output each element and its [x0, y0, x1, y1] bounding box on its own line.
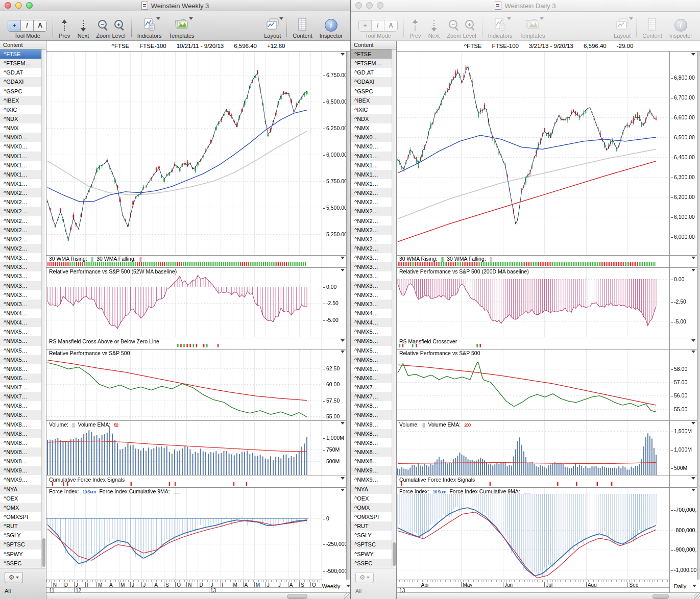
action-gear-button[interactable]: ⚙: [5, 572, 23, 583]
symbol-list-item[interactable]: ^NMX1…: [0, 161, 46, 170]
indicators-button[interactable]: Indicators: [485, 11, 516, 40]
zoom-out-button[interactable]: −: [448, 19, 459, 32]
symbol-list-item[interactable]: ^NMX2…: [0, 216, 46, 226]
symbol-list-item[interactable]: ^SPTSC: [0, 540, 46, 549]
symbol-list-item[interactable]: ^NMX2…: [351, 226, 396, 235]
symbol-list-item[interactable]: ^OMXSPI: [351, 512, 396, 521]
horizontal-scrollbar[interactable]: [397, 592, 700, 599]
symbol-list-item[interactable]: ^SSEC: [351, 559, 396, 568]
indicators-button[interactable]: Indicators: [134, 11, 165, 40]
symbol-list-item[interactable]: ^FTSEM…: [351, 59, 396, 68]
panel-disclosure-icon[interactable]: [341, 269, 345, 271]
symbol-list-item[interactable]: ^OMXSPI: [0, 512, 46, 521]
sidebar-header[interactable]: Content: [0, 41, 46, 49]
text-tool-button[interactable]: A: [34, 20, 46, 31]
symbol-list-item[interactable]: ^NMX6…: [351, 364, 396, 373]
symbol-list-item[interactable]: ^NMX0…: [351, 142, 396, 151]
symbol-list-item[interactable]: ^NMX3…: [0, 290, 46, 300]
symbol-list-item[interactable]: ^NMX1…: [351, 152, 396, 161]
panel-disclosure-icon[interactable]: [341, 339, 345, 342]
zoom-in-button[interactable]: +: [113, 19, 125, 32]
symbol-list-item[interactable]: ^NMX2…: [0, 226, 46, 235]
panel-disclosure-icon[interactable]: [691, 53, 695, 56]
symbol-list-item[interactable]: ^SGLY: [0, 531, 46, 540]
sidebar-header[interactable]: Content: [351, 41, 396, 49]
symbol-list-item[interactable]: ^IBEX: [351, 96, 396, 105]
panel-gutter[interactable]: [697, 52, 700, 580]
symbol-list-item[interactable]: ^NMX8…: [0, 420, 46, 429]
symbol-list-item[interactable]: ^NMX8…: [0, 438, 46, 447]
panel-disclosure-icon[interactable]: [691, 269, 695, 271]
symbol-list-item[interactable]: ^NMX4…: [351, 318, 396, 327]
symbol-list-item[interactable]: ^NMX3…: [351, 253, 396, 262]
symbol-list-item[interactable]: ^SGLY: [351, 531, 396, 540]
zoom-window-button[interactable]: [26, 2, 33, 9]
symbol-list-item[interactable]: ^NMX4…: [0, 309, 46, 318]
symbol-list-item[interactable]: ^NMX8…: [351, 429, 396, 438]
minimize-button[interactable]: [366, 2, 373, 9]
symbol-list-item[interactable]: ^NMX1…: [351, 170, 396, 179]
symbol-list-item[interactable]: ^NMX3…: [0, 300, 46, 309]
watchlist-scope-label[interactable]: All: [5, 588, 46, 594]
panel-disclosure-icon[interactable]: [341, 489, 345, 491]
periodicity-selector[interactable]: Daily: [669, 580, 700, 592]
symbol-list-item[interactable]: ^NMX5…: [0, 327, 46, 336]
symbol-list-item[interactable]: ^NMX6…: [351, 373, 396, 383]
symbol-list-item[interactable]: ^NMX5…: [0, 355, 46, 364]
symbol-list-item[interactable]: ^IXIC: [351, 105, 396, 114]
symbol-list-item[interactable]: ^NMX8…: [351, 438, 396, 447]
symbol-list-item[interactable]: ^NMX0…: [0, 133, 46, 142]
panel-disclosure-icon[interactable]: [341, 477, 345, 480]
line-tool-button[interactable]: /: [372, 20, 384, 31]
symbol-list-item[interactable]: ^NMX7…: [351, 383, 396, 392]
line-tool-button[interactable]: /: [21, 20, 34, 31]
symbol-list-item[interactable]: ^NMX2…: [0, 244, 46, 253]
next-button[interactable]: Next: [74, 11, 93, 40]
symbol-list-item[interactable]: ^NMX1…: [351, 161, 396, 170]
symbol-list-item[interactable]: ^NMX5…: [351, 327, 396, 336]
zoom-out-button[interactable]: −: [97, 19, 108, 32]
symbol-list-item[interactable]: ^NMX9…: [0, 466, 46, 475]
symbol-list-item[interactable]: ^NMX7…: [0, 383, 46, 392]
symbol-list-item[interactable]: ^NMX: [351, 123, 396, 133]
window-titlebar[interactable]: Weinstein Daily 3: [351, 0, 700, 12]
symbol-list-item[interactable]: ^NMX2…: [0, 188, 46, 197]
close-button[interactable]: [5, 2, 11, 9]
panel-disclosure-icon[interactable]: [691, 339, 695, 342]
symbol-list-item[interactable]: ^NMX1…: [0, 179, 46, 188]
chart-canvas[interactable]: [397, 52, 669, 580]
symbol-list-item[interactable]: ^NYA: [0, 485, 46, 494]
symbol-list-item[interactable]: ^FTSE: [0, 49, 46, 59]
symbol-list-item[interactable]: ^NDX: [351, 114, 396, 123]
symbol-list-item[interactable]: ^NMX5…: [351, 346, 396, 355]
symbol-list-item[interactable]: ^NMX3…: [0, 262, 46, 271]
templates-button[interactable]: Templates: [165, 11, 198, 40]
prev-button[interactable]: Prev: [406, 11, 425, 40]
close-button[interactable]: [355, 2, 362, 9]
panel-disclosure-icon[interactable]: [691, 489, 695, 491]
symbol-list-item[interactable]: ^NMX5…: [0, 346, 46, 355]
symbol-list-item[interactable]: ^IBEX: [0, 96, 46, 105]
sidebar-scrollbar[interactable]: [41, 49, 46, 568]
panel-disclosure-icon[interactable]: [691, 257, 695, 259]
symbol-list-item[interactable]: ^GD.AT: [0, 68, 46, 77]
symbol-list-item[interactable]: ^NMX9…: [0, 475, 46, 484]
periodicity-selector[interactable]: Weekly: [322, 580, 350, 592]
sidebar-scroll-thumb[interactable]: [42, 538, 45, 567]
symbol-list-item[interactable]: ^SPWY: [0, 550, 46, 559]
symbol-list-item[interactable]: ^NMX3…: [0, 253, 46, 262]
symbol-list-item[interactable]: ^RUT: [0, 521, 46, 531]
symbol-list-item[interactable]: ^NMX8…: [351, 420, 396, 429]
symbol-list-item[interactable]: ^NDX: [0, 114, 46, 123]
symbol-list-item[interactable]: ^NMX4…: [0, 318, 46, 327]
symbol-list-item[interactable]: ^NMX: [0, 123, 46, 133]
symbol-list-item[interactable]: ^NMX9…: [351, 466, 396, 475]
panel-disclosure-icon[interactable]: [691, 477, 695, 480]
symbol-list-item[interactable]: ^NMX8…: [351, 401, 396, 410]
symbol-list-item[interactable]: ^RUT: [351, 521, 396, 531]
panel-disclosure-icon[interactable]: [341, 257, 345, 259]
symbol-list-item[interactable]: ^NMX1…: [0, 152, 46, 161]
symbol-list-item[interactable]: ^NMX3…: [351, 281, 396, 290]
symbol-list-item[interactable]: ^NMX0…: [0, 142, 46, 151]
symbol-list-item[interactable]: ^GD.AT: [351, 68, 396, 77]
